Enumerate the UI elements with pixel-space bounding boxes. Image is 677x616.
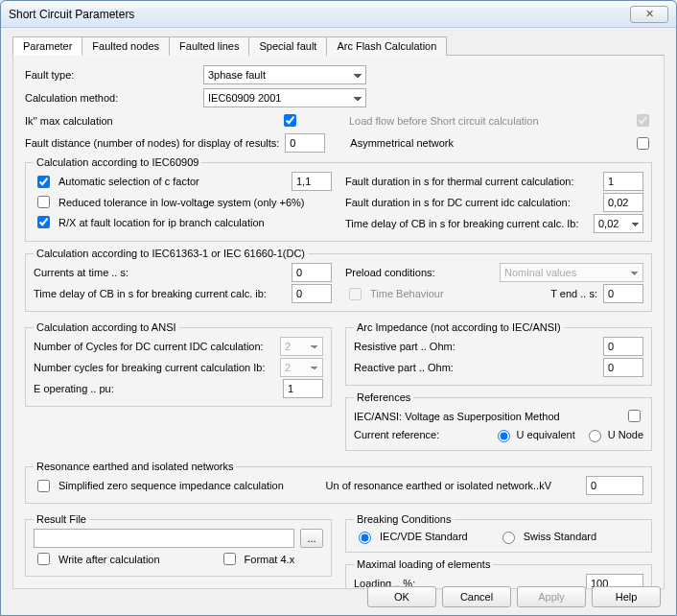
label-e-op: E operating .. pu: [34,383,114,394]
radio-iec-vde[interactable] [359,532,371,544]
combo-preload: Nominal values [500,263,643,282]
input-arc-res[interactable] [603,337,643,356]
tabstrip: Parameter Faulted nodes Faulted lines Sp… [12,36,665,56]
check-superposition[interactable] [628,410,641,422]
label-time-behaviour: Time Behaviour [370,288,444,299]
label-current-ref: Current reference: [354,429,439,440]
help-button[interactable]: Help [592,586,661,607]
legend-max-loading: Maximal loading of elements [354,558,493,570]
input-fault-dur-thermal[interactable] [603,172,643,191]
label-simplified: Simplified zero sequence impedance calcu… [58,480,284,491]
input-e-op[interactable] [283,379,323,398]
check-asym-network[interactable] [637,137,649,150]
close-button[interactable]: ✕ [630,6,668,23]
label-refs-note: IEC/ANSI: Voltage as Superposition Metho… [354,411,560,422]
label-cycles-idc: Number of Cycles for DC current IDC calc… [34,341,264,352]
legend-result-file: Result File [34,513,89,525]
legend-iec61363: Calculation according to IEC61363-1 or I… [34,248,308,259]
check-write-after[interactable] [37,553,50,565]
legend-references: References [354,391,413,403]
check-auto-c-factor[interactable] [37,176,50,188]
check-ik-max[interactable] [284,114,296,127]
label-time-delay-cb-ib: Time delay of CB in s for breaking curre… [34,288,267,299]
label-fault-dur-dc: Fault duration in s for DC current idc c… [345,197,571,208]
panel-parameter: Fault type: 3phase fault Calculation met… [12,56,665,589]
legend-iec60909: Calculation according to IEC60909 [34,156,201,168]
button-bar: OK Cancel Apply Help [367,586,661,607]
tab-special-fault[interactable]: Special fault [248,36,327,56]
label-t-end: T end .. s: [550,288,597,299]
check-rx-ip[interactable] [37,216,50,228]
label-auto-c: Automatic selection of c factor [58,176,199,187]
input-fault-dur-dc[interactable] [603,193,643,212]
input-t-end[interactable] [603,284,643,303]
label-preload: Preload conditions: [345,267,435,278]
legend-resonance: Resonance earthed and isolated networks [34,461,236,472]
label-fault-distance: Fault distance (number of nodes) for dis… [25,137,279,149]
dialog-window: Short Circuit Parameters ✕ Parameter Fau… [0,0,677,616]
window-title: Short Circuit Parameters [9,8,134,21]
label-load-flow: Load flow before Short circuit calculati… [349,115,539,127]
label-reduced-tol: Reduced tolerance in low-voltage system … [58,197,305,208]
radio-swiss[interactable] [502,532,515,544]
label-iec-vde: IEC/VDE Standard [380,531,468,542]
input-arc-react[interactable] [603,358,643,377]
apply-button: Apply [517,586,586,607]
tab-faulted-nodes[interactable]: Faulted nodes [82,36,170,56]
label-currents-time: Currents at time .. s: [34,267,128,278]
close-icon: ✕ [645,8,654,20]
cancel-button[interactable]: Cancel [442,586,511,607]
legend-ansi: Calculation according to ANSI [34,321,179,333]
client-area: Parameter Faulted nodes Faulted lines Sp… [1,28,676,597]
group-ansi: Calculation according to ANSI Number of … [25,321,332,407]
input-currents-time[interactable] [292,263,332,282]
tab-parameter[interactable]: Parameter [12,36,82,56]
label-fault-dur-thermal: Fault duration in s for thermal current … [345,176,573,187]
input-fault-distance[interactable] [285,133,325,153]
label-calc-method: Calculation method: [25,92,198,104]
label-format-4x: Format 4.x [245,554,295,565]
browse-button[interactable]: ... [300,529,323,548]
input-un-resonance[interactable] [586,476,643,495]
group-iec60909: Calculation according to IEC60909 Automa… [25,156,652,242]
group-resonance: Resonance earthed and isolated networks … [25,461,652,504]
ok-button[interactable]: OK [367,586,436,607]
radio-u-node[interactable] [589,430,601,442]
input-auto-c-val[interactable] [292,172,332,191]
label-u-equivalent: U equivalent [517,429,575,440]
check-simplified-zero-seq[interactable] [37,480,50,492]
label-fault-type: Fault type: [25,69,198,81]
label-swiss: Swiss Standard [524,531,596,542]
label-arc-res: Resistive part .. Ohm: [354,341,455,352]
input-time-delay-cb-ib[interactable] [292,284,332,303]
label-write-after: Write after calculation [58,554,160,565]
group-result-file: Result File ... Write after calculation … [25,513,332,577]
combo-cycles-ib: 2 [280,358,323,377]
label-rx-ip: R/X at fault location for ip branch calc… [58,217,265,228]
legend-breaking: Breaking Conditions [354,513,454,525]
legend-arc: Arc Impedance (not according to IEC/ANSI… [354,321,564,333]
combo-cycles-idc: 2 [280,337,323,356]
radio-u-equivalent[interactable] [498,430,510,442]
group-iec61363: Calculation according to IEC61363-1 or I… [25,248,652,312]
input-result-file[interactable] [34,529,294,548]
tab-arc-flash[interactable]: Arc Flash Calculation [326,36,447,56]
combo-calc-method[interactable]: IEC60909 2001 [203,88,366,107]
combo-time-delay-cb[interactable]: 0,02 [594,214,643,233]
group-arc: Arc Impedance (not according to IEC/ANSI… [345,321,652,386]
tab-faulted-lines[interactable]: Faulted lines [169,36,249,56]
group-references: References IEC/ANSI: Voltage as Superpos… [345,391,652,451]
check-time-behaviour [349,288,362,300]
check-reduced-tol[interactable] [37,196,50,208]
label-asym-network: Asymmetrical network [350,137,454,149]
group-max-loading: Maximal loading of elements Loading .. %… [345,558,652,589]
label-time-delay-cb: Time delay of CB in s for breaking curre… [345,218,579,229]
label-un-resonance: Un of resonance earthed or isolated netw… [326,480,551,491]
label-cycles-ib: Number cycles for breaking current calcu… [34,362,266,373]
check-load-flow [637,114,649,127]
combo-fault-type[interactable]: 3phase fault [203,65,366,84]
check-format-4x[interactable] [223,553,236,565]
group-breaking: Breaking Conditions IEC/VDE Standard Swi… [345,513,652,553]
label-ik-max: Ik'' max calculation [25,115,274,127]
titlebar: Short Circuit Parameters ✕ [1,1,676,28]
